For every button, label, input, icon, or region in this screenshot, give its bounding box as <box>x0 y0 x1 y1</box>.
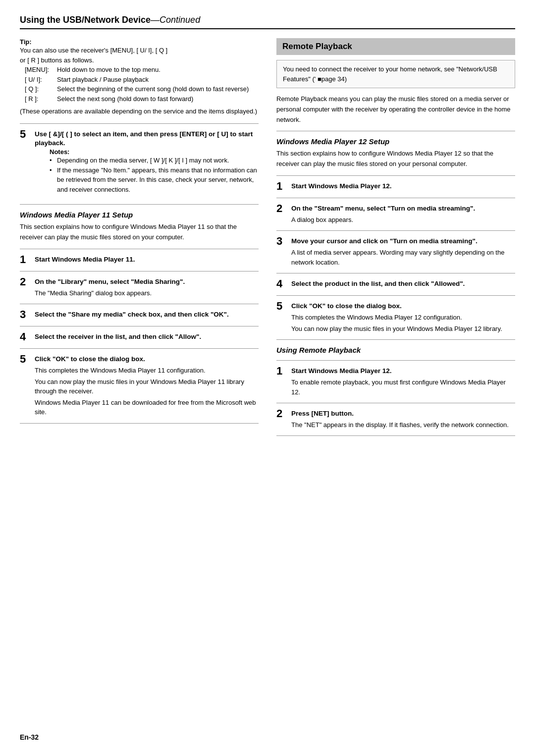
wmp12-step5-main: Click "OK" to close the dialog box. <box>291 302 515 311</box>
two-column-layout: Tip: You can also use the receiver's [ME… <box>20 38 515 442</box>
notes-label: Notes: <box>50 148 259 156</box>
tip-paren-note: (These operations are available dependin… <box>20 107 259 116</box>
right-column: Remote Playback You need to connect the … <box>276 38 515 442</box>
wmp11-step2-desc: The "Media Sharing" dialog box appears. <box>35 288 259 298</box>
wmp11-step5: 5 Click "OK" to close the dialog box. Th… <box>20 355 259 417</box>
divider-wmp11-5 <box>20 423 259 424</box>
tip-items-list: [MENU]: Hold down to move to the top men… <box>25 65 259 104</box>
using-remote-step2: 2 Press [NET] button. The "NET" appears … <box>276 409 515 430</box>
left-column: Tip: You can also use the receiver's [ME… <box>20 38 259 442</box>
tip-label: Tip: <box>20 38 259 46</box>
wmp12-step2: 2 On the "Stream" menu, select "Turn on … <box>276 204 515 224</box>
page: Using the USB/Network Device—Continued T… <box>0 0 535 756</box>
wmp12-step5-desc1: This completes the Windows Media Player … <box>291 313 515 323</box>
wmp11-step3-num: 3 <box>20 309 31 320</box>
step5-section: 5 Use [ &]/[ ( ] to select an item, and … <box>20 130 259 199</box>
wmp11-step5-num: 5 <box>20 354 31 365</box>
divider-wmp12-3 <box>276 273 515 273</box>
wmp11-step1-num: 1 <box>20 254 31 265</box>
remote-playback-heading: Remote Playback <box>276 38 515 55</box>
page-footer: En-32 <box>20 733 39 741</box>
wmp11-step1: 1 Start Windows Media Player 11. <box>20 255 259 265</box>
wmp11-step5-desc3: Windows Media Player 11 can be downloade… <box>35 398 259 417</box>
wmp12-step3-main: Move your cursor and click on "Turn on m… <box>291 237 515 246</box>
wmp12-step4-num: 4 <box>276 278 287 289</box>
wmp12-step4-main: Select the product in the list, and then… <box>291 279 515 289</box>
wmp12-step4: 4 Select the product in the list, and th… <box>276 279 515 289</box>
divider-wmp12-0 <box>276 175 515 176</box>
wmp11-step4: 4 Select the receiver in the list, and t… <box>20 332 259 342</box>
wmp12-section: Windows Media Player 12 Setup This secti… <box>276 137 515 340</box>
wmp12-step1-main: Start Windows Media Player 12. <box>291 182 515 191</box>
using-remote-step2-desc: The "NET" appears in the display. If it … <box>291 420 515 430</box>
divider-wmp11-4 <box>20 348 259 349</box>
using-remote-heading: Using Remote Playback <box>276 346 515 354</box>
divider-wmp11-3 <box>20 326 259 326</box>
using-remote-step1-num: 1 <box>276 366 287 377</box>
tip-item-r: [ R ]: Select the next song (hold down t… <box>25 94 259 104</box>
divider-ur-1 <box>276 403 515 403</box>
wmp12-step2-desc: A dialog box appears. <box>291 215 515 225</box>
using-remote-section: Using Remote Playback 1 Start Windows Me… <box>276 346 515 436</box>
divider-ur-0 <box>276 360 515 361</box>
wmp11-step5-main: Click "OK" to close the dialog box. <box>35 355 259 364</box>
divider-wmp12-1 <box>276 198 515 198</box>
page-title: Using the USB/Network Device—Continued <box>20 15 200 25</box>
wmp11-heading: Windows Media Player 11 Setup <box>20 211 259 219</box>
wmp11-step4-main: Select the receiver in the list, and the… <box>35 332 259 342</box>
wmp11-step5-desc2: You can now play the music files in your… <box>35 377 259 396</box>
wmp11-intro: This section explains how to configure W… <box>20 222 259 243</box>
wmp12-step3-desc: A list of media server appears. Wording … <box>291 248 515 267</box>
wmp12-step3: 3 Move your cursor and click on "Turn on… <box>276 237 515 267</box>
wmp12-intro: This section explains how to configure W… <box>276 149 515 169</box>
wmp11-section: Windows Media Player 11 Setup This secti… <box>20 211 259 423</box>
wmp11-step4-num: 4 <box>20 331 31 342</box>
divider-wmp11-2 <box>20 304 259 304</box>
tip-text-line1: You can also use the receiver's [MENU], … <box>20 46 259 55</box>
wmp11-step3: 3 Select the "Share my media" check box,… <box>20 310 259 320</box>
wmp12-step5-num: 5 <box>276 301 287 312</box>
notes-box: Notes: Depending on the media server, [ … <box>50 148 259 194</box>
wmp12-step2-main: On the "Stream" menu, select "Turn on me… <box>291 204 515 214</box>
using-remote-step2-num: 2 <box>276 408 287 419</box>
remote-playback-intro: Remote Playback means you can play the m… <box>276 94 515 125</box>
page-header: Using the USB/Network Device—Continued <box>20 15 515 29</box>
wmp12-heading: Windows Media Player 12 Setup <box>276 137 515 146</box>
wmp12-step1: 1 Start Windows Media Player 12. <box>276 182 515 192</box>
note-item-2: If the message "No Item." appears, this … <box>50 165 259 195</box>
divider-wmp12-4 <box>276 295 515 296</box>
using-remote-step1-main: Start Windows Media Player 12. <box>291 367 515 376</box>
wmp12-step1-num: 1 <box>276 181 287 192</box>
wmp11-step1-main: Start Windows Media Player 11. <box>35 255 259 265</box>
step5-number: 5 <box>20 129 31 140</box>
using-remote-step1-desc: To enable remote playback, you must firs… <box>291 378 515 397</box>
step5-main: Use [ &]/[ ( ] to select an item, and th… <box>35 130 259 149</box>
using-remote-step1: 1 Start Windows Media Player 12. To enab… <box>276 367 515 397</box>
tip-item-menu: [MENU]: Hold down to move to the top men… <box>25 65 259 75</box>
divider-1 <box>20 123 259 124</box>
note-item-1: Depending on the media server, [ W ]/[ K… <box>50 156 259 165</box>
wmp12-step5: 5 Click "OK" to close the dialog box. Th… <box>276 302 515 333</box>
wmp11-step5-desc1: This completes the Windows Media Player … <box>35 366 259 376</box>
divider-wmp11-0 <box>20 249 259 249</box>
tip-text-line2: or [ R ] buttons as follows. <box>20 55 259 65</box>
divider-ur-2 <box>276 435 515 436</box>
wmp12-step2-num: 2 <box>276 203 287 214</box>
divider-rp-0 <box>276 131 515 131</box>
divider-wmp12-5 <box>276 339 515 340</box>
wmp11-step2: 2 On the "Library" menu, select "Media S… <box>20 277 259 298</box>
divider-wmp12-2 <box>276 230 515 231</box>
tip-box: Tip: You can also use the receiver's [ME… <box>20 38 259 116</box>
divider-2 <box>20 204 259 205</box>
remote-playback-info-box: You need to connect the receiver to your… <box>276 60 515 88</box>
tip-item-ui: [ U/ I]: Start playback / Pause playback <box>25 75 259 85</box>
wmp12-step5-desc2: You can now play the music files in your… <box>291 324 515 334</box>
wmp12-step3-num: 3 <box>276 236 287 247</box>
wmp11-step2-main: On the "Library" menu, select "Media Sha… <box>35 277 259 287</box>
using-remote-step2-main: Press [NET] button. <box>291 409 515 419</box>
divider-wmp11-1 <box>20 271 259 271</box>
tip-item-q: [ Q ]: Select the beginning of the curre… <box>25 84 259 94</box>
wmp11-step3-main: Select the "Share my media" check box, a… <box>35 310 259 320</box>
page-number: En-32 <box>20 733 39 741</box>
wmp11-step2-num: 2 <box>20 276 31 287</box>
